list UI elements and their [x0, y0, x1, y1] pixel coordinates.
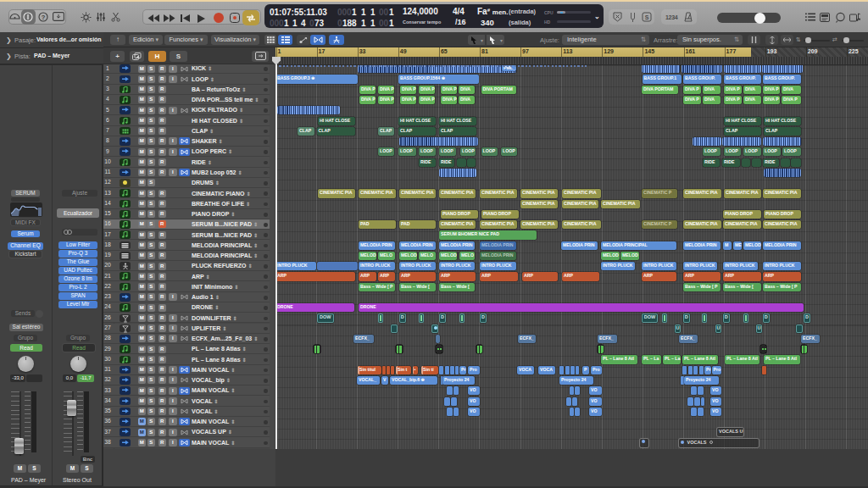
svg-text:?: ? — [42, 14, 46, 21]
svg-text:S: S — [645, 14, 649, 20]
